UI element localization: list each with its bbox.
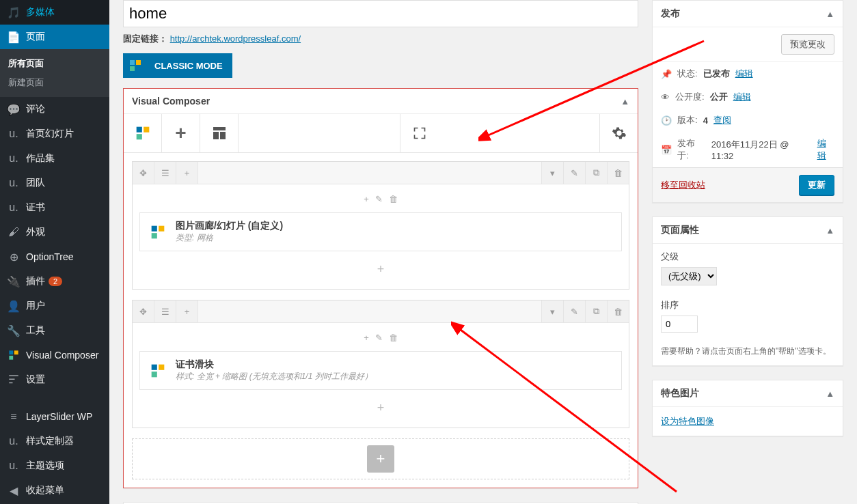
vc-element-gallery[interactable]: 图片画廊/幻灯片 (自定义) 类型: 网格 [139,212,622,251]
sidebar-item-settings[interactable]: 设置 [0,367,109,392]
trash-link[interactable]: 移至回收站 [661,179,705,191]
vc-row-edit-button[interactable]: ✎ [563,300,585,322]
featured-panel-header[interactable]: 特色图片 ▲ [653,380,843,407]
page-attributes-panel: 页面属性 ▲ 父级 (无父级) 排序 需要帮助？请点击页面右上角的"帮助"选项卡… [652,216,843,366]
visibility-label: 公开度: [675,91,705,103]
vc-row-add-button[interactable]: + [176,162,198,184]
permalink-label: 固定链接： [123,33,167,44]
panel-toggle-icon[interactable]: ▲ [826,9,834,19]
page-attrs-header[interactable]: 页面属性 ▲ [653,217,843,244]
sidebar-item-style-customizer[interactable]: u. 样式定制器 [0,429,109,453]
sidebar-item-pages[interactable]: 📄 页面 [0,25,109,49]
sidebar-item-optiontree[interactable]: ⊕ OptionTree [0,244,109,269]
vc-add-element-inner[interactable]: + [139,395,622,421]
vc-toolbar: + [124,114,638,153]
vc-row-edit-button[interactable]: ✎ [563,162,585,184]
vc-row-clone-button[interactable]: ⧉ [585,162,607,184]
sidebar-item-tools[interactable]: 🔧 工具 [0,318,109,343]
parent-select[interactable]: (无父级) [661,267,717,285]
visual-composer-panel: Visual Composer ▲ + [123,88,638,488]
vc-col-delete-button[interactable]: 🗑 [387,194,399,204]
vc-col-add-button[interactable]: + [362,333,370,343]
vc-row-dropdown-button[interactable]: ▾ [541,162,563,184]
vc-row-add-button[interactable]: + [176,300,198,322]
revision-icon: 🕑 [661,115,672,126]
sidebar-item-collapse[interactable]: ◀ 收起菜单 [0,478,109,503]
vc-row-dropdown-button[interactable]: ▾ [541,300,563,322]
vc-col-delete-button[interactable]: 🗑 [387,333,399,343]
vc-fullscreen-button[interactable] [400,114,438,152]
vc-add-element-button[interactable]: + [162,114,200,152]
vc-element-cert-slider[interactable]: 证书滑块 样式: 全宽 + 缩略图 (无填充选项和1/1 列时工作最好） [139,351,622,390]
sidebar-sub-all-pages[interactable]: 所有页面 [0,54,109,73]
status-edit-link[interactable]: 编辑 [735,68,753,80]
svg-rect-0 [213,127,226,130]
update-button[interactable]: 更新 [799,175,834,195]
vc-panel-header[interactable]: Visual Composer ▲ [124,89,638,114]
sidebar-item-appearance[interactable]: 🖌 外观 [0,220,109,244]
set-featured-link[interactable]: 设为特色图像 [661,416,714,426]
vc-add-element-inner[interactable]: + [139,257,622,282]
vc-logo-icon [123,53,148,78]
vc-col-edit-button[interactable]: ✎ [374,333,384,343]
classic-mode-button[interactable]: CLASSIC MODE [123,53,232,78]
sidebar-item-label: 用户 [26,300,45,312]
sidebar-item-portfolio[interactable]: u. 作品集 [0,146,109,171]
sidebar-item-label: 样式定制器 [26,435,74,447]
panel-toggle-icon[interactable]: ▲ [826,389,834,399]
sidebar-item-home-slides[interactable]: u. 首页幻灯片 [0,122,109,146]
sidebar-item-plugins[interactable]: 🔌 插件 2 [0,269,109,294]
published-label: 发布于: [677,137,706,162]
preview-button[interactable]: 预览更改 [781,34,834,55]
sidebar-item-team[interactable]: u. 团队 [0,171,109,195]
published-edit-link[interactable]: 编辑 [817,137,834,162]
visibility-edit-link[interactable]: 编辑 [733,91,751,103]
publish-panel-header[interactable]: 发布 ▲ [653,1,843,27]
sidebar-item-label: 外观 [26,226,45,238]
vc-row-move-handle[interactable]: ✥ [133,300,154,322]
vc-row-layout-button[interactable]: ☰ [154,162,176,184]
classic-mode-label: CLASSIC MODE [154,61,223,71]
settings-icon [7,373,21,387]
vc-logo-tool[interactable] [124,114,162,152]
vc-row-layout-button[interactable]: ☰ [154,300,176,322]
vc-element-info: 证书滑块 样式: 全宽 + 缩略图 (无填充选项和1/1 列时工作最好） [176,359,372,382]
vc-panel-title: Visual Composer [132,96,210,107]
sidebar-item-label: 设置 [26,374,45,386]
sidebar-item-media[interactable]: 🎵 多媒体 [0,0,109,25]
vc-settings-button[interactable] [599,114,638,152]
sidebar-item-layerslider[interactable]: ≡ LayerSlider WP [0,404,109,429]
sidebar-item-label: 首页幻灯片 [26,128,74,140]
vc-row: ✥ ☰ + ▾ ✎ ⧉ 🗑 + ✎ [132,161,629,290]
sidebar-item-label: LayerSlider WP [26,411,92,422]
sidebar-item-label: 插件 [26,275,45,288]
sidebar-item-comments[interactable]: 💬 评论 [0,97,109,122]
sidebar-item-label: 页面 [26,31,45,43]
order-label: 排序 [661,299,834,311]
vc-add-row-button[interactable]: + [367,445,394,473]
vc-templates-button[interactable] [200,114,239,152]
vc-row-delete-button[interactable]: 🗑 [607,162,629,184]
sidebar-item-users[interactable]: 👤 用户 [0,294,109,318]
sidebar-item-theme-options[interactable]: u. 主题选项 [0,453,109,478]
vc-row-move-handle[interactable]: ✥ [133,162,154,184]
published-value: 2016年11月22日 @ 11:32 [711,139,812,161]
sidebar-item-visual-composer[interactable]: Visual Composer [0,343,109,367]
permalink-link[interactable]: http://archtek.wordpressleaf.com/ [170,33,301,44]
panel-toggle-icon[interactable]: ▲ [621,96,629,107]
vc-row-delete-button[interactable]: 🗑 [607,300,629,322]
sidebar-item-certificates[interactable]: u. 证书 [0,195,109,220]
uk-icon: u. [7,434,21,448]
vc-row-clone-button[interactable]: ⧉ [585,300,607,322]
plugins-icon: 🔌 [7,275,21,288]
featured-image-panel: 特色图片 ▲ 设为特色图像 [652,380,843,436]
vc-column-controls: + ✎ 🗑 [139,330,622,346]
page-title-input[interactable] [123,0,638,27]
vc-col-add-button[interactable]: + [362,194,370,204]
order-input[interactable] [661,316,698,333]
visibility-value: 公开 [710,91,728,103]
sidebar-sub-new-page[interactable]: 新建页面 [0,73,109,92]
revisions-browse-link[interactable]: 查阅 [713,114,731,126]
vc-col-edit-button[interactable]: ✎ [374,194,384,204]
panel-toggle-icon[interactable]: ▲ [826,225,834,236]
